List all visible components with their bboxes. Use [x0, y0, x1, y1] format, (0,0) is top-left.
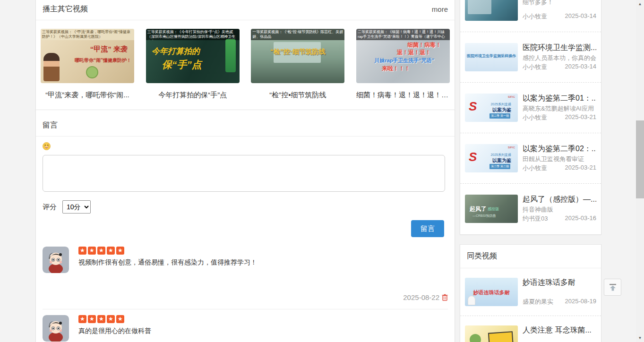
star-icon: ★	[88, 315, 96, 323]
scrollbar-up-arrow-icon[interactable]: ▲	[636, 0, 644, 8]
sidebar-video-item[interactable]: 妙语连珠话多耐 妙语连珠话多耐 盛夏的果实 2025-08-19	[460, 268, 601, 316]
virus-cartoon	[86, 66, 98, 78]
more-link[interactable]: more	[432, 5, 448, 13]
video-title[interactable]: “检”控•细节筑防线	[251, 91, 344, 100]
video-thumbnail[interactable]: 一等奖获奖视频：《“检”控·细节筑防线》陈苗红、吴妍妍、张晶晶 “检”控·细节筑…	[251, 29, 344, 83]
video-subtitle: 细节多多！	[523, 0, 596, 7]
germ-cartoon	[470, 334, 481, 342]
video-card[interactable]: 二等奖获奖视频：《细菌！病毒！退！退！退！川妹rap手卫生洗手“咒语”来啦！！》…	[356, 29, 450, 100]
similar-videos-header: 同类视频	[460, 245, 601, 268]
video-title[interactable]: 今年打算拍的保“手”点	[146, 91, 240, 100]
video-thumbnail[interactable]: S SIFIC 2025系列直播 以案为鉴 第二季 第二期	[465, 144, 518, 172]
video-title[interactable]: “甲流”来袭，哪吒带你“闹...	[41, 91, 134, 100]
video-card[interactable]: 三等奖获奖视频：《“甲流”来袭，哪吒带你“闹”懂健康防护！》（中山大学附属第七医…	[41, 29, 134, 100]
video-author: 小小牧童	[523, 12, 547, 21]
video-card[interactable]: 一等奖获奖视频：《“检”控·细节筑防线》陈苗红、吴妍妍、张晶晶 “检”控·细节筑…	[251, 29, 344, 100]
video-author: 小小牧童	[523, 113, 547, 122]
letter-s-graphic: S	[469, 150, 477, 164]
thumbnail-overlay-text: 细菌！病毒！	[407, 41, 441, 49]
rating-select[interactable]: 10分	[62, 200, 91, 214]
monitor-shape	[468, 0, 491, 14]
letter-s-graphic: S	[469, 99, 477, 114]
video-title: 妙语连珠话多耐	[523, 278, 596, 288]
video-card[interactable]: 三等奖获奖视频：《今年打算拍的保“手”点》吴艳妮（深圳市南山区慢性病防治院/深圳…	[146, 29, 240, 100]
comment-input[interactable]	[43, 155, 445, 192]
comment-item: ★★★★★ 真的是很用心的在做科普	[43, 309, 448, 342]
comment-text: 视频制作很有创意，通俗易懂，很有感染力，值得推荐学习！	[78, 258, 448, 267]
video-thumbnail[interactable]: 三等奖获奖视频：《“甲流”来袭，哪吒带你“闹”懂健康防护！》（中山大学附属第七医…	[41, 29, 134, 83]
comment-item: ★★★★★ 视频制作很有创意，通俗易懂，很有感染力，值得推荐学习！ 2025-0…	[43, 241, 448, 309]
video-date: 2025-03-21	[565, 164, 597, 172]
scrollbar-thumb[interactable]	[636, 120, 644, 198]
thumbnail-overlay-text: 川妹rap手卫生洗手“咒语”	[361, 57, 448, 64]
thumbnail-overlay-text: “检”控·细节筑防线	[251, 48, 344, 56]
avatar	[43, 315, 69, 342]
comments-panel: 留言 评分 10分 留言	[35, 110, 455, 342]
video-thumbnail[interactable]: 二等奖获奖视频：《细菌！病毒！退！退！退！川妹rap手卫生洗手“咒语”来啦！！》…	[356, 29, 450, 83]
video-date: 2025-03-14	[565, 12, 597, 21]
video-author: 小小牧童	[523, 63, 547, 71]
video-title[interactable]: 细菌！病毒！退！退！退！川...	[356, 91, 450, 100]
video-date: 2025-03-14	[565, 63, 597, 71]
arrow-up-to-line-icon	[608, 282, 618, 292]
comments-header: 留言	[36, 110, 455, 137]
rating-label: 评分	[43, 203, 57, 212]
vertical-scrollbar[interactable]: ▲ ▼	[636, 0, 644, 342]
thumbnail-overlay-text: 2025系列直播	[490, 102, 511, 107]
emoji-picker-icon[interactable]	[43, 142, 51, 150]
other-videos-panel: 播主其它视频 more 三等奖获奖视频：《“甲流”来袭，哪吒带你“闹”懂健康防护…	[35, 0, 455, 111]
thumbnail-award-text: 三等奖获奖视频：《“甲流”来袭，哪吒带你“闹”懂健康防护！》（中山大学附属第七医…	[41, 29, 134, 40]
star-icon: ★	[97, 247, 105, 255]
thumbnail-overlay-text: “甲流” 来袭	[90, 45, 128, 54]
star-icon: ★	[116, 315, 124, 323]
nezha-cartoon	[43, 53, 60, 81]
scrollbar-down-arrow-icon[interactable]: ▼	[636, 334, 644, 342]
video-subtitle: 田靓从卫监视角看审证	[523, 155, 596, 163]
video-title: 以案为鉴第二季01：...	[523, 94, 596, 103]
star-icon: ★	[78, 315, 86, 323]
video-thumbnail[interactable]: 三等奖获奖视频：《今年打算拍的保“手”点》吴艳妮（深圳市南山区慢性病防治院/深圳…	[146, 29, 240, 83]
sidebar-video-item[interactable]: 细节多多！ 小小牧童 2025-03-14	[460, 0, 601, 32]
video-subtitle: 抖音神曲版	[523, 205, 596, 214]
recommended-videos-panel: 细节多多！ 小小牧童 2025-03-14 医院环境卫生学监测采样操作 医院环境…	[460, 0, 601, 235]
video-thumbnail[interactable]: S SIFIC 2025系列直播 以案为鉴 第二季 第一期	[465, 94, 518, 122]
video-thumbnail[interactable]: 起风了 感控版 —CRBSI预防曲	[465, 195, 518, 223]
back-to-top-button[interactable]	[604, 279, 621, 296]
video-author: 小小牧童	[523, 164, 547, 172]
video-thumbnail[interactable]: 医院环境卫生学监测采样操作	[465, 43, 518, 71]
video-subtitle: 高晓东&范鹏超解读AI应用	[523, 104, 596, 113]
thumbnail-overlay-text: 妙语连珠话多耐	[465, 289, 518, 296]
thumbnail-overlay-text: 第二季 第二期	[489, 164, 510, 169]
thumbnail-overlay-text: 退！退！退！	[397, 49, 431, 57]
warning-sign	[488, 331, 514, 342]
avatar	[43, 247, 69, 273]
video-subtitle: 感控人员基本功，你真的会采	[523, 54, 596, 62]
video-thumbnail[interactable]	[465, 0, 518, 21]
sidebar-video-item[interactable]: S SIFIC 2025系列直播 以案为鉴 第二季 第一期 以案为鉴第二季01：…	[460, 82, 601, 133]
thumbnail-award-text: 三等奖获奖视频：《今年打算拍的保“手”点》吴艳妮（深圳市南山区慢性病防治院/深圳…	[146, 29, 240, 40]
thumbnail-overlay-text: 医院环境卫生学监测采样操作	[465, 53, 518, 59]
thumbnail-overlay-text: 起风了	[470, 205, 487, 213]
thumbnail-overlay-text: 保“手”点	[162, 58, 202, 71]
sidebar-video-item[interactable]: 医院环境卫生学监测采样操作 医院环境卫生学监测... 感控人员基本功，你真的会采…	[460, 32, 601, 82]
doctor-cartoon	[468, 296, 475, 305]
thumbnail-overlay-text: 第二季 第一期	[489, 113, 510, 119]
thumbnail-overlay-text: 2025系列直播	[490, 153, 511, 157]
similar-videos-title: 同类视频	[467, 251, 497, 261]
thumbnail-award-text: 二等奖获奖视频：《细菌！病毒！退！退！退！川妹rap手卫生洗手“咒语”来啦！！》…	[356, 29, 450, 40]
video-thumbnail[interactable]: 妙语连珠话多耐	[465, 278, 518, 306]
video-title: 人类注意 耳念珠菌...	[523, 325, 596, 335]
delete-comment-icon[interactable]	[442, 294, 448, 301]
submit-comment-button[interactable]: 留言	[411, 220, 444, 237]
star-icon: ★	[107, 315, 115, 323]
video-thumbnail[interactable]	[465, 325, 518, 342]
sidebar-video-item[interactable]: 人类注意 耳念珠菌...	[460, 316, 601, 342]
sidebar-video-item[interactable]: 起风了 感控版 —CRBSI预防曲 起风了（感控版）—... 抖音神曲版 约书亚…	[460, 183, 601, 234]
other-videos-row: 三等奖获奖视频：《“甲流”来袭，哪吒带你“闹”懂健康防护！》（中山大学附属第七医…	[36, 20, 455, 110]
star-rating: ★★★★★	[78, 247, 448, 255]
thumbnail-overlay-text: 哪吒带你“闹”懂健康防护！	[75, 57, 131, 64]
thumbnail-award-text: 一等奖获奖视频：《“检”控·细节筑防线》陈苗红、吴妍妍、张晶晶	[251, 29, 344, 40]
other-videos-header: 播主其它视频 more	[36, 0, 455, 20]
sidebar-video-item[interactable]: S SIFIC 2025系列直播 以案为鉴 第二季 第二期 以案为鉴第二季02：…	[460, 133, 601, 183]
comment-text: 真的是很用心的在做科普	[78, 327, 448, 335]
